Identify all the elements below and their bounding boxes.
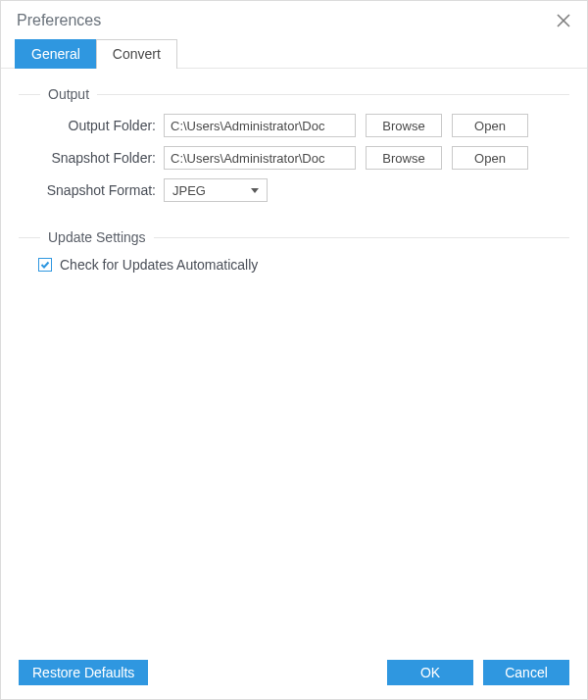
- cancel-button[interactable]: Cancel: [483, 660, 569, 685]
- tab-general[interactable]: General: [15, 39, 97, 69]
- snapshot-format-row: Snapshot Format: JPEG: [19, 178, 569, 202]
- update-group-title: Update Settings: [40, 229, 154, 245]
- auto-update-row: Check for Updates Automatically: [19, 257, 569, 273]
- close-icon: [557, 14, 570, 27]
- window-title: Preferences: [17, 12, 101, 29]
- ok-button[interactable]: OK: [387, 660, 473, 685]
- output-folder-input[interactable]: [164, 114, 356, 137]
- output-folder-row: Output Folder: Browse Open: [19, 114, 569, 137]
- tabs: General Convert: [1, 38, 587, 69]
- auto-update-checkbox[interactable]: [38, 258, 52, 272]
- tab-convert[interactable]: Convert: [96, 39, 177, 69]
- snapshot-folder-row: Snapshot Folder: Browse Open: [19, 146, 569, 170]
- snapshot-format-value: JPEG: [172, 183, 251, 198]
- update-group-header: Update Settings: [19, 229, 569, 245]
- snapshot-folder-open-button[interactable]: Open: [452, 146, 528, 170]
- caret-down-icon: [251, 188, 259, 193]
- close-button[interactable]: [554, 11, 573, 30]
- output-folder-label: Output Folder:: [38, 118, 164, 133]
- restore-defaults-button[interactable]: Restore Defaults: [19, 660, 148, 685]
- output-folder-browse-button[interactable]: Browse: [366, 114, 442, 137]
- output-group-title: Output: [40, 86, 97, 102]
- output-group-header: Output: [19, 86, 569, 102]
- output-folder-open-button[interactable]: Open: [452, 114, 528, 137]
- snapshot-format-select[interactable]: JPEG: [164, 178, 268, 202]
- check-icon: [40, 260, 50, 270]
- snapshot-format-label: Snapshot Format:: [38, 182, 164, 198]
- snapshot-folder-input[interactable]: [164, 146, 356, 170]
- auto-update-label[interactable]: Check for Updates Automatically: [60, 257, 258, 273]
- content-area: Output Output Folder: Browse Open Snapsh…: [1, 69, 587, 273]
- footer: Restore Defaults OK Cancel: [1, 660, 587, 685]
- snapshot-folder-browse-button[interactable]: Browse: [366, 146, 442, 170]
- preferences-dialog: Preferences General Convert Output Outpu…: [0, 0, 588, 700]
- update-group: Update Settings Check for Updates Automa…: [19, 229, 569, 273]
- titlebar: Preferences: [1, 1, 587, 38]
- snapshot-folder-label: Snapshot Folder:: [38, 150, 164, 166]
